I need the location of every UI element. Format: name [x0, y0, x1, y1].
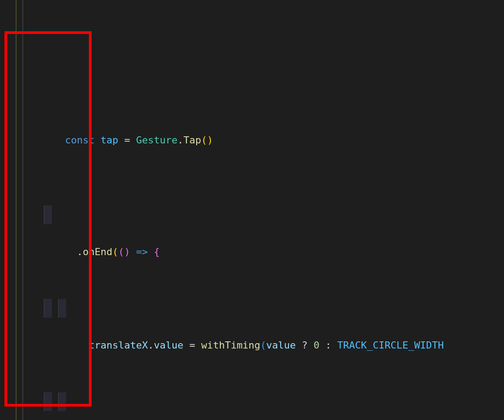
var-tap: tap: [101, 134, 118, 146]
code-line[interactable]: translateX.value = withTiming(value ? 0 …: [13, 299, 504, 318]
code-line[interactable]: runOnJS(onValueChange)(!value);: [13, 392, 504, 411]
fn-withtiming: withTiming: [201, 340, 260, 351]
method-tap: Tap: [183, 134, 201, 146]
var-translatex: translateX: [88, 340, 147, 351]
code-line[interactable]: .onEnd(() => {: [13, 206, 504, 224]
keyword-const: const: [65, 134, 94, 146]
class-gesture: Gesture: [136, 134, 177, 146]
method-onend: onEnd: [83, 246, 112, 257]
const-track-circle-width: TRACK_CIRCLE_WIDTH: [337, 340, 444, 351]
code-editor[interactable]: const tap = Gesture.Tap() .onEnd(() => {…: [0, 0, 504, 420]
code-line[interactable]: const tap = Gesture.Tap(): [13, 112, 504, 131]
